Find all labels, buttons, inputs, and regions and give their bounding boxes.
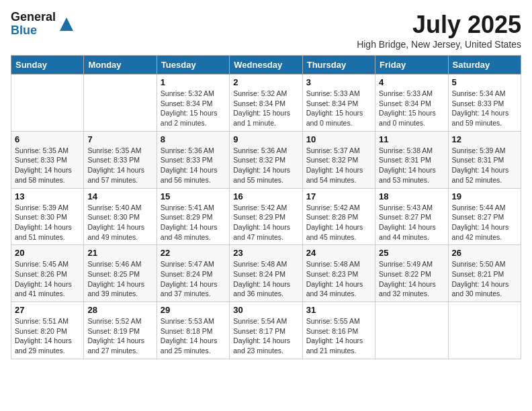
day-number: 1 <box>161 77 226 87</box>
day-info: Sunrise: 5:36 AM Sunset: 8:33 PM Dayligh… <box>161 146 226 185</box>
calendar-cell: 7Sunrise: 5:35 AM Sunset: 8:33 PM Daylig… <box>84 131 157 188</box>
day-number: 4 <box>379 77 444 87</box>
calendar-cell: 13Sunrise: 5:39 AM Sunset: 8:30 PM Dayli… <box>11 188 84 245</box>
day-number: 26 <box>452 248 517 258</box>
calendar-cell: 3Sunrise: 5:33 AM Sunset: 8:34 PM Daylig… <box>302 75 375 132</box>
day-number: 9 <box>233 134 298 144</box>
day-info: Sunrise: 5:34 AM Sunset: 8:33 PM Dayligh… <box>452 89 517 128</box>
day-info: Sunrise: 5:37 AM Sunset: 8:32 PM Dayligh… <box>306 146 371 185</box>
day-info: Sunrise: 5:39 AM Sunset: 8:30 PM Dayligh… <box>15 203 80 242</box>
day-info: Sunrise: 5:35 AM Sunset: 8:33 PM Dayligh… <box>15 146 80 185</box>
calendar-week-row: 20Sunrise: 5:45 AM Sunset: 8:26 PM Dayli… <box>11 245 521 302</box>
calendar-day-header: Tuesday <box>157 56 229 75</box>
day-number: 27 <box>15 305 80 315</box>
calendar-day-header: Monday <box>84 56 157 75</box>
calendar-week-row: 13Sunrise: 5:39 AM Sunset: 8:30 PM Dayli… <box>11 188 521 245</box>
day-number: 3 <box>306 77 371 87</box>
logo-blue: Blue <box>11 24 56 38</box>
day-info: Sunrise: 5:38 AM Sunset: 8:31 PM Dayligh… <box>379 146 444 185</box>
day-info: Sunrise: 5:45 AM Sunset: 8:26 PM Dayligh… <box>15 259 80 299</box>
calendar-cell: 4Sunrise: 5:33 AM Sunset: 8:34 PM Daylig… <box>375 75 448 132</box>
calendar-cell: 30Sunrise: 5:54 AM Sunset: 8:17 PM Dayli… <box>230 302 302 359</box>
calendar-week-row: 27Sunrise: 5:51 AM Sunset: 8:20 PM Dayli… <box>11 302 521 359</box>
day-info: Sunrise: 5:42 AM Sunset: 8:28 PM Dayligh… <box>306 203 371 242</box>
day-number: 18 <box>379 191 444 201</box>
day-info: Sunrise: 5:51 AM Sunset: 8:20 PM Dayligh… <box>15 316 80 356</box>
day-info: Sunrise: 5:44 AM Sunset: 8:27 PM Dayligh… <box>452 203 517 242</box>
day-number: 19 <box>452 191 517 201</box>
day-info: Sunrise: 5:48 AM Sunset: 8:23 PM Dayligh… <box>306 259 371 299</box>
day-number: 13 <box>15 191 80 201</box>
day-number: 8 <box>161 134 226 144</box>
day-number: 30 <box>233 305 298 315</box>
calendar-day-header: Wednesday <box>230 56 302 75</box>
calendar-cell: 1Sunrise: 5:32 AM Sunset: 8:34 PM Daylig… <box>157 75 229 132</box>
day-number: 11 <box>379 134 444 144</box>
calendar-cell: 25Sunrise: 5:49 AM Sunset: 8:22 PM Dayli… <box>375 245 448 302</box>
day-info: Sunrise: 5:33 AM Sunset: 8:34 PM Dayligh… <box>306 89 371 128</box>
calendar-day-header: Sunday <box>11 56 84 75</box>
day-number: 17 <box>306 191 371 201</box>
day-number: 7 <box>87 134 152 144</box>
day-number: 10 <box>306 134 371 144</box>
day-info: Sunrise: 5:47 AM Sunset: 8:24 PM Dayligh… <box>161 259 226 299</box>
day-number: 29 <box>161 305 226 315</box>
day-info: Sunrise: 5:46 AM Sunset: 8:25 PM Dayligh… <box>87 259 152 299</box>
page-header: General Blue July 2025 High Bridge, New … <box>11 11 521 50</box>
calendar-cell <box>84 75 157 132</box>
day-info: Sunrise: 5:36 AM Sunset: 8:32 PM Dayligh… <box>233 146 298 185</box>
day-number: 14 <box>87 191 152 201</box>
day-info: Sunrise: 5:43 AM Sunset: 8:27 PM Dayligh… <box>379 203 444 242</box>
calendar-cell: 21Sunrise: 5:46 AM Sunset: 8:25 PM Dayli… <box>84 245 157 302</box>
day-number: 6 <box>15 134 80 144</box>
calendar-cell: 18Sunrise: 5:43 AM Sunset: 8:27 PM Dayli… <box>375 188 448 245</box>
calendar-cell: 16Sunrise: 5:42 AM Sunset: 8:29 PM Dayli… <box>230 188 302 245</box>
day-info: Sunrise: 5:32 AM Sunset: 8:34 PM Dayligh… <box>161 89 226 128</box>
calendar-day-header: Saturday <box>448 56 521 75</box>
day-number: 12 <box>452 134 517 144</box>
day-info: Sunrise: 5:53 AM Sunset: 8:18 PM Dayligh… <box>161 316 226 356</box>
calendar-cell: 23Sunrise: 5:48 AM Sunset: 8:24 PM Dayli… <box>230 245 302 302</box>
day-number: 20 <box>15 248 80 258</box>
calendar-week-row: 6Sunrise: 5:35 AM Sunset: 8:33 PM Daylig… <box>11 131 521 188</box>
day-number: 15 <box>161 191 226 201</box>
calendar-cell: 10Sunrise: 5:37 AM Sunset: 8:32 PM Dayli… <box>302 131 375 188</box>
day-number: 21 <box>87 248 152 258</box>
logo-icon <box>57 15 76 34</box>
calendar-cell: 15Sunrise: 5:41 AM Sunset: 8:29 PM Dayli… <box>157 188 229 245</box>
day-info: Sunrise: 5:54 AM Sunset: 8:17 PM Dayligh… <box>233 316 298 356</box>
day-info: Sunrise: 5:39 AM Sunset: 8:31 PM Dayligh… <box>452 146 517 185</box>
calendar-cell: 20Sunrise: 5:45 AM Sunset: 8:26 PM Dayli… <box>11 245 84 302</box>
day-info: Sunrise: 5:55 AM Sunset: 8:16 PM Dayligh… <box>306 316 371 356</box>
calendar-cell: 14Sunrise: 5:40 AM Sunset: 8:30 PM Dayli… <box>84 188 157 245</box>
logo-general: General <box>11 11 56 24</box>
calendar-day-header: Thursday <box>302 56 375 75</box>
calendar-day-header: Friday <box>375 56 448 75</box>
calendar-cell <box>375 302 448 359</box>
calendar-cell <box>11 75 84 132</box>
calendar-cell: 31Sunrise: 5:55 AM Sunset: 8:16 PM Dayli… <box>302 302 375 359</box>
calendar-cell: 12Sunrise: 5:39 AM Sunset: 8:31 PM Dayli… <box>448 131 521 188</box>
svg-marker-0 <box>60 17 73 31</box>
calendar-cell: 29Sunrise: 5:53 AM Sunset: 8:18 PM Dayli… <box>157 302 229 359</box>
day-number: 22 <box>161 248 226 258</box>
logo: General Blue <box>11 11 76 38</box>
month-title: July 2025 <box>357 11 521 39</box>
day-info: Sunrise: 5:41 AM Sunset: 8:29 PM Dayligh… <box>161 203 226 242</box>
calendar-cell: 24Sunrise: 5:48 AM Sunset: 8:23 PM Dayli… <box>302 245 375 302</box>
day-info: Sunrise: 5:33 AM Sunset: 8:34 PM Dayligh… <box>379 89 444 128</box>
calendar-cell: 11Sunrise: 5:38 AM Sunset: 8:31 PM Dayli… <box>375 131 448 188</box>
day-number: 25 <box>379 248 444 258</box>
day-info: Sunrise: 5:35 AM Sunset: 8:33 PM Dayligh… <box>87 146 152 185</box>
calendar-cell: 27Sunrise: 5:51 AM Sunset: 8:20 PM Dayli… <box>11 302 84 359</box>
calendar-cell: 19Sunrise: 5:44 AM Sunset: 8:27 PM Dayli… <box>448 188 521 245</box>
calendar-week-row: 1Sunrise: 5:32 AM Sunset: 8:34 PM Daylig… <box>11 75 521 132</box>
calendar-cell: 6Sunrise: 5:35 AM Sunset: 8:33 PM Daylig… <box>11 131 84 188</box>
day-number: 23 <box>233 248 298 258</box>
day-info: Sunrise: 5:50 AM Sunset: 8:21 PM Dayligh… <box>452 259 517 299</box>
day-number: 28 <box>87 305 152 315</box>
day-info: Sunrise: 5:42 AM Sunset: 8:29 PM Dayligh… <box>233 203 298 242</box>
calendar-cell: 2Sunrise: 5:32 AM Sunset: 8:34 PM Daylig… <box>230 75 302 132</box>
day-number: 2 <box>233 77 298 87</box>
day-info: Sunrise: 5:40 AM Sunset: 8:30 PM Dayligh… <box>87 203 152 242</box>
